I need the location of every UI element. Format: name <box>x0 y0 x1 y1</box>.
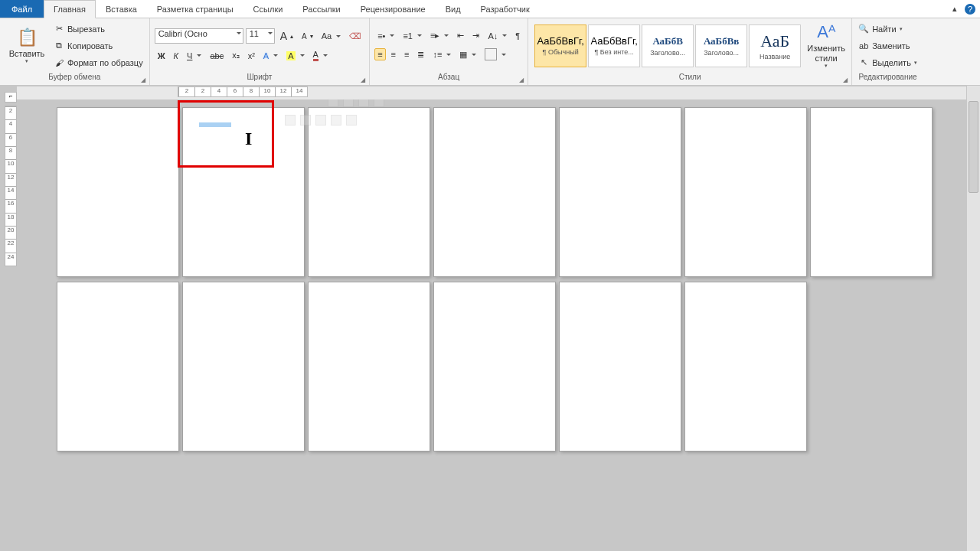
format-painter-button[interactable]: 🖌 Формат по образцу <box>52 55 145 70</box>
group-editing: 🔍 Найти ▾ ab Заменить ↖ Выделить ▾ Редак… <box>852 18 923 85</box>
group-title-clipboard: Буфер обмена ◢ <box>0 73 149 85</box>
strikethrough-button[interactable]: abc <box>207 50 227 62</box>
styles-dialog-launcher[interactable]: ◢ <box>841 77 849 84</box>
justify-button[interactable]: ≣ <box>414 48 427 61</box>
font-dialog-launcher[interactable]: ◢ <box>359 77 367 84</box>
align-right-icon: ≡ <box>404 50 409 59</box>
multilevel-icon: ≡▸ <box>430 31 439 41</box>
superscript-button[interactable]: x² <box>245 50 258 62</box>
ribbon: 📋 Вставить ▾ ✂ Вырезать ⧉ Копировать 🖌 Ф… <box>0 18 980 86</box>
sort-button[interactable]: A↓ <box>485 30 510 42</box>
shading-button[interactable]: ▦ <box>456 48 479 61</box>
change-case-button[interactable]: Aa <box>318 30 344 42</box>
numbering-icon: ≡1 <box>403 31 413 41</box>
paste-button[interactable]: 📋 Вставить ▾ <box>5 21 49 71</box>
change-styles-icon: Aᴬ <box>817 22 835 42</box>
tab-layout[interactable]: Разметка страницы <box>147 0 243 18</box>
mini-toolbar[interactable] <box>285 115 357 126</box>
group-title-paragraph: Абзац ◢ <box>370 73 528 85</box>
page-thumb[interactable] <box>308 107 430 277</box>
page-thumb[interactable] <box>182 282 305 452</box>
page-thumb[interactable] <box>559 282 681 452</box>
bucket-icon: ▦ <box>459 50 467 60</box>
italic-button[interactable]: К <box>171 50 181 62</box>
sort-icon: A↓ <box>488 31 498 41</box>
scissors-icon: ✂ <box>54 24 64 34</box>
page-thumb[interactable] <box>433 107 556 277</box>
ruler-corner[interactable]: ⌐ <box>5 92 17 103</box>
font-family-combo[interactable]: Calibri (Осно <box>155 28 243 44</box>
outdent-icon: ⇤ <box>457 31 464 41</box>
page-thumb[interactable] <box>433 282 556 452</box>
minimize-ribbon-icon[interactable]: ▴ <box>949 4 960 15</box>
line-spacing-button[interactable]: ↕≡ <box>430 48 454 60</box>
highlight-button[interactable]: A <box>283 50 307 62</box>
tab-view[interactable]: Вид <box>436 0 471 18</box>
align-left-button[interactable]: ≡ <box>374 48 385 60</box>
font-size-combo[interactable]: 11 <box>246 28 275 44</box>
text-effects-button[interactable]: A <box>260 50 281 62</box>
select-button[interactable]: ↖ Выделить ▾ <box>857 55 919 70</box>
change-styles-label: Изменить стили <box>805 44 847 62</box>
show-marks-button[interactable]: ¶ <box>512 30 523 42</box>
tab-developer[interactable]: Разработчик <box>471 0 540 18</box>
indent-button[interactable]: ⇥ <box>469 29 482 42</box>
font-color-button[interactable]: A <box>310 48 331 63</box>
style-heading1[interactable]: АаБбВ Заголово... <box>642 24 694 67</box>
style-title[interactable]: АаБ Название <box>749 24 801 67</box>
style-sample: АаБбВ <box>652 35 682 47</box>
page-thumb[interactable] <box>810 107 933 277</box>
page-thumb[interactable] <box>559 107 681 277</box>
cut-button[interactable]: ✂ Вырезать <box>52 21 145 37</box>
page-thumb[interactable] <box>684 107 807 277</box>
change-styles-button[interactable]: Aᴬ Изменить стили ▾ <box>805 21 847 71</box>
style-sample: АаБбВвГг, <box>590 35 637 47</box>
align-right-button[interactable]: ≡ <box>401 48 412 60</box>
clipboard-dialog-launcher[interactable]: ◢ <box>139 77 147 84</box>
brush-icon: 🖌 <box>54 57 64 68</box>
line-spacing-icon: ↕≡ <box>433 50 442 59</box>
tab-review[interactable]: Рецензирование <box>351 0 436 18</box>
subscript-button[interactable]: x₂ <box>229 49 243 62</box>
bullets-button[interactable]: ≡• <box>374 30 397 42</box>
style-heading2[interactable]: АаБбВв Заголово... <box>695 24 747 67</box>
document-workspace[interactable]: I <box>0 86 980 551</box>
group-clipboard: 📋 Вставить ▾ ✂ Вырезать ⧉ Копировать 🖌 Ф… <box>0 18 150 85</box>
select-label: Выделить <box>872 58 911 67</box>
replace-button[interactable]: ab Заменить <box>857 38 919 54</box>
copy-button[interactable]: ⧉ Копировать <box>52 38 145 54</box>
bold-button[interactable]: Ж <box>155 50 168 62</box>
style-nospacing[interactable]: АаБбВвГг, ¶ Без инте... <box>588 24 640 67</box>
outdent-button[interactable]: ⇤ <box>454 29 467 42</box>
align-center-button[interactable]: ≡ <box>388 48 399 60</box>
horizontal-ruler[interactable]: 2246 8101214 <box>17 86 966 99</box>
help-icon[interactable]: ? <box>965 4 975 15</box>
font-size-value: 11 <box>250 29 259 38</box>
multilevel-button[interactable]: ≡▸ <box>427 29 452 42</box>
grow-font-button[interactable]: A▴ <box>277 28 296 44</box>
page-thumb[interactable] <box>57 107 179 277</box>
clear-formatting-button[interactable]: ⌫ <box>346 30 364 43</box>
tab-insert[interactable]: Вставка <box>96 0 147 18</box>
tab-home[interactable]: Главная <box>44 0 96 18</box>
paragraph-dialog-launcher[interactable]: ◢ <box>518 77 525 84</box>
find-button[interactable]: 🔍 Найти ▾ <box>857 21 919 37</box>
style-sample: АаБбВв <box>704 35 740 47</box>
tab-mailings[interactable]: Рассылки <box>292 0 350 18</box>
tab-file[interactable]: Файл <box>0 0 44 18</box>
tab-references[interactable]: Ссылки <box>243 0 293 18</box>
page-thumb[interactable] <box>308 282 430 452</box>
vertical-scrollbar[interactable] <box>966 86 980 551</box>
underline-button[interactable]: Ч <box>184 50 204 62</box>
styles-gallery[interactable]: АаБбВвГг, ¶ Обычный АаБбВвГг, ¶ Без инте… <box>533 23 802 69</box>
shrink-font-button[interactable]: A▾ <box>299 31 316 42</box>
indent-icon: ⇥ <box>472 31 479 41</box>
replace-icon: ab <box>858 41 869 51</box>
page-thumb[interactable] <box>684 282 807 452</box>
scrollbar-thumb[interactable] <box>969 101 978 193</box>
style-normal[interactable]: АаБбВвГг, ¶ Обычный <box>534 24 586 67</box>
vertical-ruler[interactable]: 2468 10121416 18202224 <box>5 106 17 266</box>
numbering-button[interactable]: ≡1 <box>400 30 425 42</box>
page-thumb[interactable] <box>57 282 179 452</box>
borders-button[interactable] <box>482 47 509 62</box>
